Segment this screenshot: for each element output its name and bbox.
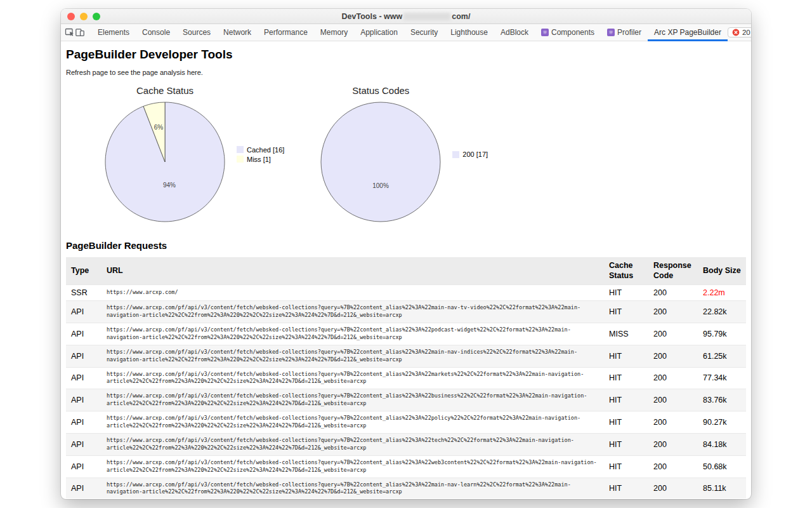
request-cell-cache: HIT [604,411,648,434]
request-cell-code: 200 [648,389,698,411]
request-cell-size: 95.79k [698,323,746,345]
refresh-hint-text: Refresh page to see the page analysis he… [66,69,746,76]
request-cell-url: https://www.arcxp.com/pf/api/v3/content/… [102,301,604,323]
request-row: SSRhttps://www.arcxp.com/HIT2002.22m [66,285,746,301]
tab-memory[interactable]: Memory [314,24,354,41]
request-row: APIhttps://www.arcxp.com/pf/api/v3/conte… [66,389,746,411]
legend-item: Cached [16] [237,146,284,154]
request-cell-code: 200 [648,433,698,455]
request-cell-type: API [66,345,102,367]
request-row: APIhttps://www.arcxp.com/pf/api/v3/conte… [66,433,746,455]
request-cell-cache: MISS [604,323,648,345]
column-header-cache-status: Cache Status [604,257,648,285]
column-header-response-code: Response Code [648,257,698,285]
request-cell-type: API [66,323,102,345]
page-title: PageBuilder Developer Tools [66,48,746,62]
tab-label: Application [360,28,398,37]
request-cell-url: https://www.arcxp.com/pf/api/v3/content/… [102,367,604,389]
request-cell-cache: HIT [604,367,648,389]
tab-lighthouse[interactable]: Lighthouse [444,24,494,41]
devtools-toolbar: ElementsConsoleSourcesNetworkPerformance… [61,24,751,41]
chart-legend: 200 [17] [452,150,488,158]
pie-percent-label: 6% [154,124,164,131]
request-cell-cache: HIT [604,433,648,455]
request-cell-cache: HIT [604,285,648,301]
pagebuilder-panel: PageBuilder Developer Tools Refresh page… [61,41,751,498]
requests-heading: PageBuilder Requests [66,240,746,251]
request-row: APIhttps://www.arcxp.com/pf/api/v3/conte… [66,455,746,478]
tab-performance[interactable]: Performance [258,24,314,41]
request-row: APIhttps://www.arcxp.com/pf/api/v3/conte… [66,301,746,323]
react-devtools-icon: ⚛ [541,29,549,36]
tab-network[interactable]: Network [217,24,258,41]
traffic-lights [61,13,100,20]
request-cell-size: 50.68k [698,455,746,478]
tab-console[interactable]: Console [136,24,176,41]
minimize-window-button[interactable] [80,13,88,20]
tab-label: Arc XP PageBuilder [654,28,721,37]
tab-label: Security [410,28,438,37]
request-cell-url: https://www.arcxp.com/pf/api/v3/content/… [102,478,604,498]
request-cell-size: 22.82k [698,301,746,323]
window-title-suffix: com/ [452,12,470,21]
toolbar-right-cluster: 20 30 3 ⚙ ⋮ [728,27,751,37]
error-icon [732,29,740,36]
errors-warnings-badge[interactable]: 20 30 [728,27,751,37]
request-cell-type: SSR [66,285,102,301]
devtools-tabs: ElementsConsoleSourcesNetworkPerformance… [91,24,728,41]
cache-status-pie: 94%6% [102,97,228,224]
tab-application[interactable]: Application [354,24,404,41]
request-cell-size: 90.27k [698,411,746,434]
pie-slice [321,102,440,222]
request-cell-type: API [66,389,102,411]
tab-profiler[interactable]: ⚛Profiler [601,24,648,41]
request-cell-code: 200 [648,285,698,301]
status-codes-pie: 100% [317,97,444,224]
tab-sources[interactable]: Sources [176,24,217,41]
request-cell-cache: HIT [604,455,648,478]
request-cell-type: API [66,433,102,455]
tab-label: Network [223,28,251,37]
request-cell-code: 200 [648,323,698,345]
request-cell-code: 200 [648,478,698,498]
tab-components[interactable]: ⚛Components [535,24,601,41]
tab-elements[interactable]: Elements [91,24,136,41]
request-cell-cache: HIT [604,301,648,323]
column-header-type: Type [66,257,102,285]
chart-title: Status Codes [352,85,409,96]
request-cell-cache: HIT [604,389,648,411]
tab-adblock[interactable]: AdBlock [494,24,535,41]
request-cell-code: 200 [648,411,698,434]
request-row: APIhttps://www.arcxp.com/pf/api/v3/conte… [66,367,746,389]
close-window-button[interactable] [67,13,75,20]
request-cell-url: https://www.arcxp.com/ [102,285,604,301]
charts-row: Cache Status 94%6% Cached [16]Miss [1] S… [102,85,746,224]
zoom-window-button[interactable] [93,13,100,20]
tab-arc-xp-pagebuilder[interactable]: Arc XP PageBuilder [648,24,728,41]
tab-label: Elements [98,28,129,37]
request-cell-cache: HIT [604,478,648,498]
cache-status-chart: Cache Status 94%6% Cached [16]Miss [1] [102,85,284,224]
tab-label: AdBlock [501,28,528,37]
legend-swatch [452,151,459,158]
legend-label: 200 [17] [462,150,488,158]
tab-label: Memory [320,28,348,37]
device-toolbar-icon[interactable] [75,25,85,39]
inspect-element-icon[interactable] [65,25,75,39]
legend-label: Miss [1] [247,156,271,163]
table-header-row: Type URL Cache Status Response Code Body… [66,257,746,285]
tab-security[interactable]: Security [404,24,444,41]
request-cell-code: 200 [648,367,698,389]
request-cell-code: 200 [648,345,698,367]
redacted-domain [403,13,450,20]
request-cell-type: API [66,478,102,498]
request-cell-url: https://www.arcxp.com/pf/api/v3/content/… [102,411,604,434]
pie-percent-label: 100% [373,182,390,189]
request-cell-type: API [66,301,102,323]
titlebar: DevTools - wwwcom/ [61,9,751,24]
tab-label: Profiler [617,28,641,37]
request-cell-code: 200 [648,455,698,478]
request-cell-url: https://www.arcxp.com/pf/api/v3/content/… [102,455,604,478]
request-row: APIhttps://www.arcxp.com/pf/api/v3/conte… [66,478,746,498]
request-cell-code: 200 [648,301,698,323]
